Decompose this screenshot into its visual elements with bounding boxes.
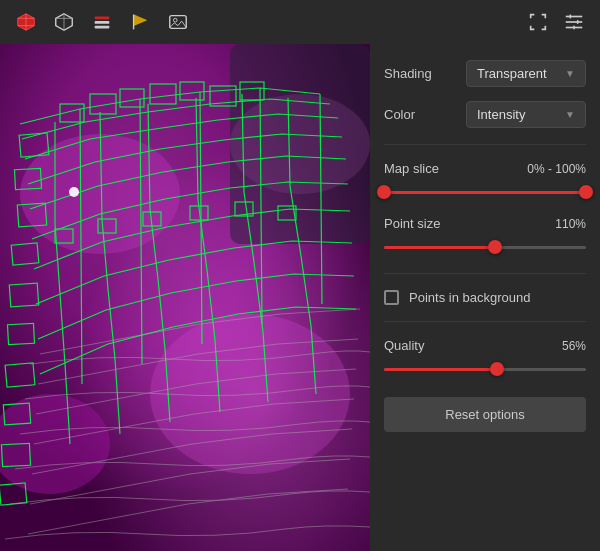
grid-settings-icon[interactable] — [560, 8, 588, 36]
color-arrow-icon: ▼ — [565, 109, 575, 120]
toolbar — [0, 0, 600, 44]
point-size-fill — [384, 246, 495, 249]
map-slice-track — [384, 182, 586, 202]
map-slice-right-thumb[interactable] — [579, 185, 593, 199]
quality-thumb[interactable] — [490, 362, 504, 376]
map-slice-label: Map slice — [384, 161, 439, 176]
quality-fill — [384, 368, 497, 371]
color-label: Color — [384, 107, 415, 122]
viewport[interactable] — [0, 44, 370, 551]
shading-dropdown[interactable]: Transparent ▼ — [466, 60, 586, 87]
map-slice-header: Map slice 0% - 100% — [384, 161, 586, 176]
layers-icon[interactable] — [88, 8, 116, 36]
point-size-value: 110% — [555, 217, 586, 231]
svg-point-27 — [20, 134, 180, 254]
color-dropdown[interactable]: Intensity ▼ — [466, 101, 586, 128]
svg-point-28 — [150, 314, 350, 474]
divider-1 — [384, 144, 586, 145]
color-row: Color Intensity ▼ — [384, 101, 586, 128]
svg-rect-8 — [95, 21, 110, 24]
svg-point-13 — [173, 18, 177, 22]
cube-white-icon[interactable] — [50, 8, 78, 36]
quality-value: 56% — [562, 339, 586, 353]
point-size-label: Point size — [384, 216, 440, 231]
svg-rect-9 — [95, 26, 110, 29]
map-slice-section: Map slice 0% - 100% — [384, 161, 586, 202]
cube-red-icon[interactable] — [12, 8, 40, 36]
reset-options-button[interactable]: Reset options — [384, 397, 586, 432]
point-size-section: Point size 110% — [384, 216, 586, 257]
point-size-thumb[interactable] — [488, 240, 502, 254]
right-panel: Shading Transparent ▼ Color Intensity ▼ … — [370, 44, 600, 551]
quality-label: Quality — [384, 338, 424, 353]
point-size-track — [384, 237, 586, 257]
point-size-header: Point size 110% — [384, 216, 586, 231]
map-slice-bg — [384, 191, 586, 194]
svg-marker-10 — [134, 15, 147, 26]
quality-header: Quality 56% — [384, 338, 586, 353]
toolbar-left — [12, 8, 192, 36]
shading-arrow-icon: ▼ — [565, 68, 575, 79]
color-value: Intensity — [477, 107, 525, 122]
map-slice-value: 0% - 100% — [527, 162, 586, 176]
points-bg-checkbox[interactable] — [384, 290, 399, 305]
shading-row: Shading Transparent ▼ — [384, 60, 586, 87]
point-size-bg — [384, 246, 586, 249]
svg-rect-7 — [95, 17, 110, 20]
shading-value: Transparent — [477, 66, 547, 81]
points-bg-row: Points in background — [384, 290, 586, 305]
expand-toolbar-icon[interactable] — [524, 8, 552, 36]
quality-section: Quality 56% — [384, 338, 586, 379]
svg-point-60 — [69, 187, 79, 197]
scene-svg — [0, 44, 370, 551]
flag-icon[interactable] — [126, 8, 154, 36]
main-content: Shading Transparent ▼ Color Intensity ▼ … — [0, 44, 600, 551]
shading-label: Shading — [384, 66, 432, 81]
quality-track — [384, 359, 586, 379]
divider-3 — [384, 321, 586, 322]
divider-2 — [384, 273, 586, 274]
quality-bg — [384, 368, 586, 371]
toolbar-right — [524, 8, 588, 36]
map-slice-left-thumb[interactable] — [377, 185, 391, 199]
points-bg-label: Points in background — [409, 290, 530, 305]
photo-icon[interactable] — [164, 8, 192, 36]
map-slice-fill — [384, 191, 586, 194]
svg-rect-12 — [170, 16, 187, 29]
